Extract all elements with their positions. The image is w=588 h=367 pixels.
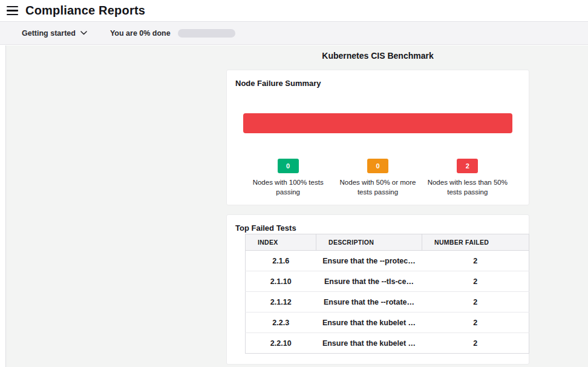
top-failed-tests-table: INDEX DESCRIPTION NUMBER FAILED 2.1.6 En… (245, 234, 529, 354)
stat-label: Nodes with less than 50% tests passing (423, 177, 512, 197)
count-badge-red: 2 (457, 159, 478, 173)
cell-index: 2.1.10 (246, 271, 316, 292)
table-row[interactable]: 2.2.3 Ensure that the kubelet … 2 (246, 312, 529, 333)
column-header-index[interactable]: INDEX (246, 234, 316, 251)
table-row[interactable]: 2.2.10 Ensure that the kubelet … 2 (246, 333, 529, 354)
bar-segment-failing (243, 113, 512, 133)
table-row[interactable]: 2.1.6 Ensure that the --protec… 2 (246, 251, 529, 271)
collapsed-side-rail (0, 45, 6, 367)
getting-started-label: Getting started (22, 29, 76, 38)
getting-started-banner: Getting started You are 0% done (0, 21, 588, 45)
hamburger-icon[interactable] (5, 4, 21, 18)
stat-label: Nodes with 50% or more tests passing (333, 177, 422, 197)
stat-label: Nodes with 100% tests passing (243, 177, 333, 197)
cell-index: 2.1.12 (246, 292, 316, 312)
cell-number-failed: 2 (422, 271, 529, 292)
column-header-number-failed[interactable]: NUMBER FAILED (422, 234, 529, 251)
count-badge-green: 0 (278, 159, 299, 173)
cell-number-failed: 2 (422, 333, 529, 354)
stat-passing-50-plus: 0 Nodes with 50% or more tests passing (333, 159, 422, 197)
table-row[interactable]: 2.1.10 Ensure that the --tls-ce… 2 (246, 271, 529, 292)
chevron-down-icon (80, 31, 87, 35)
node-failure-bar-chart (243, 113, 512, 133)
node-failure-stats: 0 Nodes with 100% tests passing 0 Nodes … (243, 159, 512, 197)
table-header-row: INDEX DESCRIPTION NUMBER FAILED (246, 234, 529, 251)
stat-passing-below-50: 2 Nodes with less than 50% tests passing (423, 159, 512, 197)
node-failure-summary-card: Node Failure Summary 0 Nodes with 100% t… (226, 70, 529, 205)
cell-number-failed: 2 (422, 251, 529, 271)
cell-number-failed: 2 (422, 292, 529, 312)
report-column: Kubernetes CIS Benchmark Node Failure Su… (226, 45, 529, 365)
top-failed-tests-title: Top Failed Tests (235, 223, 520, 233)
cell-index: 2.2.3 (246, 312, 316, 333)
cell-description: Ensure that the kubelet … (316, 333, 422, 354)
count-badge-orange: 0 (367, 159, 388, 173)
cell-index: 2.2.10 (246, 333, 316, 354)
node-failure-summary-title: Node Failure Summary (235, 79, 520, 88)
benchmark-title: Kubernetes CIS Benchmark (226, 51, 529, 61)
column-header-description[interactable]: DESCRIPTION (316, 234, 422, 251)
progress-bar (178, 29, 235, 38)
cell-description: Ensure that the kubelet … (316, 312, 422, 333)
compliance-reports-page: Compliance Reports Getting started You a… (0, 0, 588, 367)
cell-index: 2.1.6 (246, 251, 316, 271)
cell-description: Ensure that the --protec… (316, 251, 422, 271)
getting-started-dropdown[interactable]: Getting started (22, 29, 87, 38)
table-row[interactable]: 2.1.12 Ensure that the --rotate… 2 (246, 292, 529, 312)
page-title: Compliance Reports (25, 4, 145, 18)
stat-passing-100: 0 Nodes with 100% tests passing (243, 159, 333, 197)
progress-status-text: You are 0% done (110, 29, 171, 38)
top-header: Compliance Reports (0, 0, 588, 21)
cell-number-failed: 2 (422, 312, 529, 333)
main-content: Kubernetes CIS Benchmark Node Failure Su… (0, 45, 588, 367)
cell-description: Ensure that the --tls-ce… (316, 271, 422, 292)
top-failed-tests-card: Top Failed Tests INDEX DESCRIPTION NUMBE… (226, 214, 529, 365)
cell-description: Ensure that the --rotate… (316, 292, 422, 312)
